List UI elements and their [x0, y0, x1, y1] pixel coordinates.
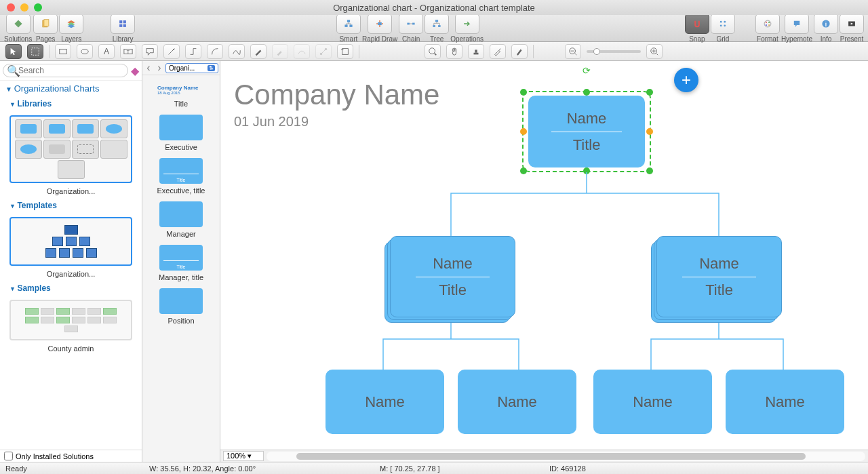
chain-button[interactable] — [399, 14, 423, 34]
shapes-panel: ‹ › Organi...⇅ Company Name18 Aug 2015Ti… — [142, 61, 220, 462]
bezier-tool[interactable] — [294, 44, 310, 59]
solutions-button[interactable] — [6, 14, 31, 34]
zoom-combo[interactable]: 100% ▾ — [223, 451, 264, 461]
smart-button[interactable] — [336, 14, 361, 34]
node-name: Name — [365, 393, 405, 411]
org-node-root[interactable]: Name Title — [528, 96, 645, 167]
org-node-leaf-3[interactable]: Name — [593, 370, 712, 434]
main-toolbar: Solutions Pages Layers Library Smart Rap… — [0, 15, 868, 42]
stamp-tool[interactable] — [468, 44, 484, 59]
snap-button[interactable] — [685, 14, 709, 34]
svg-point-28 — [768, 24, 770, 26]
present-button[interactable] — [840, 14, 864, 34]
edit-points-tool[interactable] — [315, 44, 332, 59]
svg-rect-6 — [119, 20, 122, 23]
solutions-home-icon[interactable]: ◆ — [131, 64, 139, 77]
node-name: Name — [433, 255, 473, 273]
hypernote-button[interactable] — [785, 14, 809, 34]
operations-button[interactable] — [455, 14, 479, 34]
svg-point-27 — [766, 24, 767, 26]
line-tool[interactable] — [163, 44, 180, 59]
marquee-tool[interactable] — [27, 44, 43, 59]
canvas-bottom-bar: 100% ▾ — [220, 450, 868, 462]
svg-rect-13 — [378, 22, 382, 25]
only-installed-checkbox[interactable]: Only Installed Solutions — [0, 450, 142, 462]
template-thumb-label: Organization... — [0, 270, 142, 278]
solutions-panel: 🔍 ◆ Organizational Charts Libraries Orga… — [0, 61, 142, 462]
section-organizational-charts[interactable]: Organizational Charts — [0, 81, 142, 96]
shape-executive-title[interactable]: TitleExecutive, title — [146, 158, 216, 195]
zoom-tool[interactable] — [425, 44, 441, 59]
zoom-in-button[interactable] — [646, 44, 663, 59]
pages-label: Pages — [36, 35, 55, 43]
add-node-button[interactable]: + — [674, 68, 698, 92]
svg-rect-12 — [349, 24, 352, 27]
grid-label: Grid — [716, 35, 729, 43]
search-icon: 🔍 — [7, 64, 20, 77]
pointer-tool[interactable] — [5, 44, 22, 59]
spline-tool[interactable] — [229, 44, 245, 59]
rectangle-tool[interactable] — [55, 44, 71, 59]
hand-tool[interactable] — [446, 44, 462, 59]
shapes-library-selector[interactable]: Organi...⇅ — [165, 63, 218, 73]
shapes-forward-button[interactable]: › — [155, 62, 164, 73]
sample-thumb-label: County admin — [0, 344, 142, 353]
template-thumbnail[interactable] — [9, 217, 132, 266]
org-node-leaf-4[interactable]: Name — [726, 370, 844, 434]
svg-line-43 — [321, 49, 326, 54]
grid-button[interactable] — [711, 14, 735, 34]
connector-tool[interactable] — [185, 44, 201, 59]
ellipse-tool[interactable] — [77, 44, 93, 59]
org-node-leaf-1[interactable]: Name — [326, 370, 444, 434]
org-node-manager-2[interactable]: Name Title — [656, 236, 782, 317]
svg-line-47 — [435, 53, 437, 55]
svg-rect-11 — [344, 24, 347, 27]
picker-tool[interactable] — [490, 44, 506, 59]
format-button[interactable] — [755, 14, 780, 34]
snap-label: Snap — [689, 35, 705, 43]
tree-button[interactable] — [425, 14, 449, 34]
status-mouse: M: [ 70.25, 27.78 ] — [380, 465, 440, 473]
eyedropper-tool[interactable] — [272, 44, 288, 59]
shape-executive[interactable]: Executive — [146, 115, 216, 151]
svg-rect-15 — [412, 23, 415, 25]
shapes-back-button[interactable]: ‹ — [144, 62, 153, 73]
info-button[interactable]: i — [814, 14, 838, 34]
status-id: ID: 469128 — [549, 465, 586, 473]
callout-tool[interactable] — [142, 44, 158, 59]
layers-button[interactable] — [59, 14, 83, 34]
hypernote-label: Hypernote — [781, 35, 812, 43]
textbox-tool[interactable]: T — [120, 44, 136, 59]
zoom-slider[interactable] — [587, 50, 641, 53]
refresh-icon[interactable]: ⟳ — [583, 65, 591, 76]
search-input[interactable] — [3, 64, 128, 77]
text-tool[interactable]: A — [98, 44, 115, 59]
shape-manager-title[interactable]: TitleManager, title — [146, 245, 216, 281]
status-dimensions: W: 35.56, H: 20.32, Angle: 0.00° — [149, 465, 256, 473]
canvas-company-title[interactable]: Company Name — [234, 79, 439, 111]
org-node-leaf-2[interactable]: Name — [458, 370, 576, 434]
crop-tool[interactable] — [337, 44, 353, 59]
subsection-samples[interactable]: Samples — [0, 281, 142, 296]
pages-button[interactable] — [33, 14, 58, 34]
rapid-draw-button[interactable] — [368, 14, 392, 34]
library-thumbnail[interactable] — [9, 115, 132, 183]
canvas-date[interactable]: 01 Jun 2019 — [234, 114, 309, 130]
org-node-manager-1[interactable]: Name Title — [390, 236, 515, 317]
subsection-templates[interactable]: Templates — [0, 198, 142, 213]
pen-tool[interactable] — [250, 44, 267, 59]
svg-rect-17 — [435, 20, 438, 22]
library-button[interactable] — [111, 14, 135, 34]
canvas[interactable]: Company Name 01 Jun 2019 ⟳ Name Title + — [220, 61, 868, 462]
info-label: Info — [821, 35, 832, 43]
zoom-out-button[interactable] — [565, 44, 581, 59]
shape-title[interactable]: Company Name18 Aug 2015Title — [146, 79, 216, 108]
horizontal-scrollbar[interactable] — [267, 452, 865, 461]
node-title: Title — [439, 281, 467, 299]
shape-manager[interactable]: Manager — [146, 201, 216, 238]
arc-tool[interactable] — [207, 44, 223, 59]
shape-position[interactable]: Position — [146, 288, 216, 325]
sample-thumbnail[interactable] — [9, 300, 132, 340]
brush-tool[interactable] — [511, 44, 528, 59]
subsection-libraries[interactable]: Libraries — [0, 96, 142, 111]
